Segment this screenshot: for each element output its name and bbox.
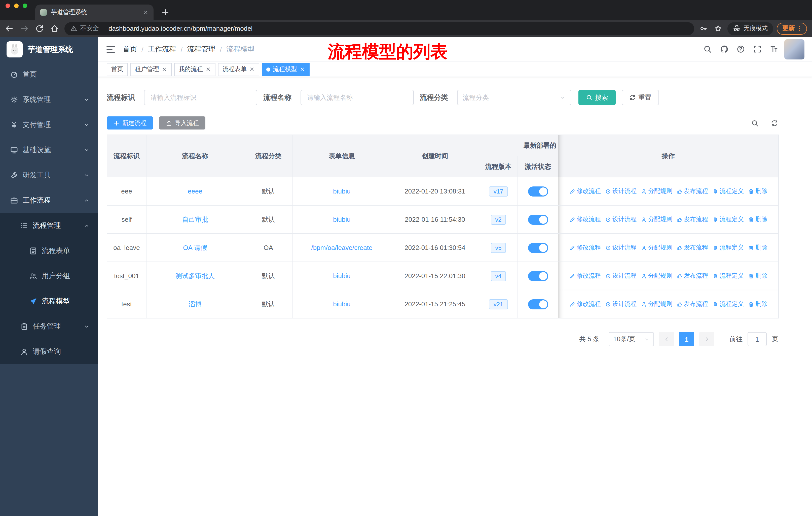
fontsize-icon[interactable] xyxy=(770,45,778,53)
star-icon[interactable] xyxy=(714,25,722,32)
key-icon[interactable] xyxy=(700,25,707,32)
sidebar-item-payment-management[interactable]: 支付管理 xyxy=(0,112,98,138)
form-info-link[interactable]: biubiu xyxy=(333,187,350,195)
sidebar-item-process-management[interactable]: 流程管理 xyxy=(0,213,98,238)
row-action-design-process[interactable]: 设计流程 xyxy=(605,243,637,252)
row-action-assign-rule[interactable]: 分配规则 xyxy=(641,272,672,280)
row-action-assign-rule[interactable]: 分配规则 xyxy=(641,300,672,308)
row-action-modify-process[interactable]: 修改流程 xyxy=(569,272,601,280)
breadcrumb-item[interactable]: 工作流程 xyxy=(148,45,176,54)
version-badge[interactable]: v2 xyxy=(491,214,506,224)
row-action-process-definition[interactable]: 流程定义 xyxy=(712,300,744,308)
form-info-link[interactable]: biubiu xyxy=(333,272,350,280)
tag-close-icon[interactable] xyxy=(249,66,255,72)
active-toggle[interactable] xyxy=(528,214,548,224)
form-info-link[interactable]: /bpm/oa/leave/create xyxy=(311,244,373,251)
process-name-link[interactable]: OA 请假 xyxy=(183,244,207,251)
home-icon[interactable] xyxy=(50,24,59,33)
sidebar-item-workflow[interactable]: 工作流程 xyxy=(0,188,98,213)
row-action-publish-process[interactable]: 发布流程 xyxy=(676,215,708,224)
row-action-design-process[interactable]: 设计流程 xyxy=(605,187,637,195)
tag-close-icon[interactable] xyxy=(299,66,305,72)
window-close-button[interactable] xyxy=(5,3,10,8)
form-info-link[interactable]: biubiu xyxy=(333,300,350,308)
tag-close-icon[interactable] xyxy=(205,66,211,72)
sidebar-item-leave-query[interactable]: 请假查询 xyxy=(0,339,98,364)
process-name-link[interactable]: 自己审批 xyxy=(182,215,208,223)
sidebar-item-dev-tools[interactable]: 研发工具 xyxy=(0,163,98,188)
process-name-link[interactable]: 滔博 xyxy=(188,300,202,308)
reload-icon[interactable] xyxy=(35,24,44,33)
breadcrumb-item[interactable]: 首页 xyxy=(123,45,137,54)
row-action-assign-rule[interactable]: 分配规则 xyxy=(641,215,672,224)
search-icon[interactable] xyxy=(751,119,759,127)
breadcrumb-item[interactable]: 流程管理 xyxy=(187,45,215,54)
import-process-button[interactable]: 导入流程 xyxy=(159,116,205,130)
tag-view-item[interactable]: 首页 xyxy=(107,63,128,76)
user-avatar[interactable] xyxy=(784,39,805,59)
question-icon[interactable] xyxy=(736,45,745,53)
tag-view-item[interactable]: 流程模型 xyxy=(262,63,310,76)
row-action-modify-process[interactable]: 修改流程 xyxy=(569,187,601,195)
row-action-process-definition[interactable]: 流程定义 xyxy=(712,243,744,252)
create-process-button[interactable]: 新建流程 xyxy=(107,116,153,130)
github-icon[interactable] xyxy=(720,45,728,53)
row-action-modify-process[interactable]: 修改流程 xyxy=(569,243,601,252)
sidebar-item-home[interactable]: 首页 xyxy=(0,62,98,87)
sidebar-item-user-group[interactable]: 用户分组 xyxy=(0,264,98,289)
row-action-design-process[interactable]: 设计流程 xyxy=(605,300,637,308)
sidebar-item-system-management[interactable]: 系统管理 xyxy=(0,87,98,112)
row-action-delete[interactable]: 删除 xyxy=(748,300,767,308)
row-action-publish-process[interactable]: 发布流程 xyxy=(676,243,708,252)
refresh-icon[interactable] xyxy=(771,119,778,127)
version-badge[interactable]: v17 xyxy=(489,186,508,196)
version-badge[interactable]: v4 xyxy=(491,271,506,281)
row-action-assign-rule[interactable]: 分配规则 xyxy=(641,243,672,252)
row-action-modify-process[interactable]: 修改流程 xyxy=(569,300,601,308)
tag-view-item[interactable]: 我的流程 xyxy=(174,63,215,76)
search-icon[interactable] xyxy=(703,45,712,53)
active-toggle[interactable] xyxy=(528,271,548,281)
sidebar-item-infrastructure[interactable]: 基础设施 xyxy=(0,138,98,163)
row-action-publish-process[interactable]: 发布流程 xyxy=(676,187,708,195)
row-action-delete[interactable]: 删除 xyxy=(748,243,767,252)
new-tab-button[interactable] xyxy=(161,8,170,17)
next-page-button[interactable] xyxy=(699,332,714,346)
sidebar-item-task-management[interactable]: 任务管理 xyxy=(0,314,98,339)
active-toggle[interactable] xyxy=(528,243,548,253)
sidebar-item-process-form[interactable]: 流程表单 xyxy=(0,238,98,264)
goto-page-input[interactable] xyxy=(748,332,767,346)
fullscreen-icon[interactable] xyxy=(753,45,762,53)
process-id-input[interactable] xyxy=(144,90,257,105)
row-action-delete[interactable]: 删除 xyxy=(748,272,767,280)
category-select[interactable]: 流程分类 xyxy=(457,90,571,105)
window-minimize-button[interactable] xyxy=(14,3,19,8)
window-zoom-button[interactable] xyxy=(23,3,27,8)
active-toggle[interactable] xyxy=(528,299,548,309)
update-button[interactable]: 更新 xyxy=(777,22,807,34)
prev-page-button[interactable] xyxy=(659,332,674,346)
row-action-publish-process[interactable]: 发布流程 xyxy=(676,272,708,280)
row-action-delete[interactable]: 删除 xyxy=(748,187,767,195)
row-action-design-process[interactable]: 设计流程 xyxy=(605,272,637,280)
process-name-link[interactable]: eeee xyxy=(188,187,202,195)
row-action-publish-process[interactable]: 发布流程 xyxy=(676,300,708,308)
row-action-delete[interactable]: 删除 xyxy=(748,215,767,224)
url-bar[interactable]: 不安全 dashboard.yudao.iocoder.cn/bpm/manag… xyxy=(64,22,694,35)
row-action-design-process[interactable]: 设计流程 xyxy=(605,215,637,224)
form-info-link[interactable]: biubiu xyxy=(333,216,350,223)
process-name-link[interactable]: 测试多审批人 xyxy=(175,272,215,279)
row-action-process-definition[interactable]: 流程定义 xyxy=(712,215,744,224)
row-action-process-definition[interactable]: 流程定义 xyxy=(712,272,744,280)
row-action-assign-rule[interactable]: 分配规则 xyxy=(641,187,672,195)
active-toggle[interactable] xyxy=(528,186,548,196)
search-button[interactable]: 搜索 xyxy=(578,90,616,105)
current-page-button[interactable]: 1 xyxy=(679,332,694,346)
forward-icon[interactable] xyxy=(20,24,29,33)
back-icon[interactable] xyxy=(5,24,13,33)
tag-view-item[interactable]: 流程表单 xyxy=(218,63,259,76)
row-action-process-definition[interactable]: 流程定义 xyxy=(712,187,744,195)
reset-button[interactable]: 重置 xyxy=(622,90,659,105)
browser-tab[interactable]: 芋道管理系统 xyxy=(35,4,153,20)
menu-fold-icon[interactable] xyxy=(106,44,116,54)
